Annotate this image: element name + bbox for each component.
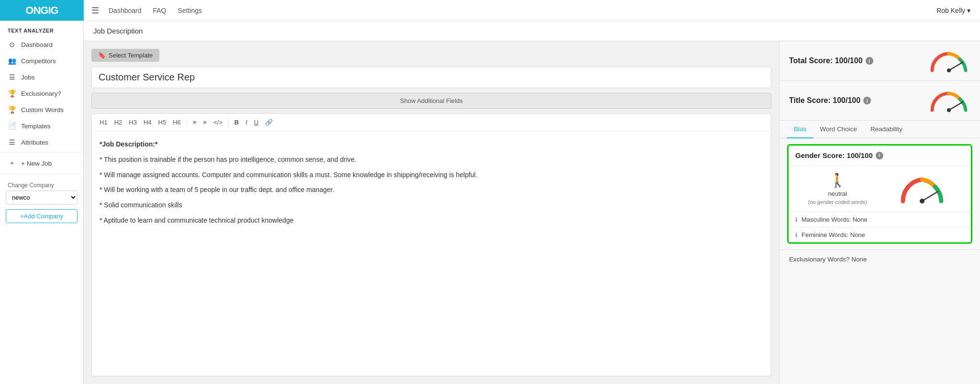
content-body: 🔖 Select Template Show Additional Fields… xyxy=(84,41,980,384)
gender-score-body: 🚶 neutral (no gender-coded words) xyxy=(789,166,971,212)
sidebar-label-attributes: Attributes xyxy=(21,139,48,146)
gender-gauge xyxy=(880,173,965,204)
content-line-2: * Will manage assigned accounts. Compute… xyxy=(100,169,763,181)
sidebar-divider xyxy=(0,152,83,153)
content-area: Job Description 🔖 Select Template Show A… xyxy=(84,21,980,384)
add-company-button[interactable]: +Add Company xyxy=(6,209,78,223)
editor-toolbar-top: 🔖 Select Template xyxy=(91,49,771,62)
nav-faq[interactable]: FAQ xyxy=(153,7,167,14)
score-tabs: Bias Word Choice Readability xyxy=(780,121,980,138)
main-layout: TEXT ANALYZER ⊙ Dashboard 👥 Competitors … xyxy=(0,21,980,384)
sidebar-section-label: TEXT ANALYZER xyxy=(0,21,83,36)
logo-gig: GIG xyxy=(40,4,58,16)
svg-point-3 xyxy=(947,108,951,112)
gender-score-box: Gender Score: 100/100 i 🚶 neutral (no ge… xyxy=(787,144,972,244)
sidebar-item-custom-words[interactable]: 🏆 Custom Words xyxy=(0,102,83,118)
sidebar-item-dashboard[interactable]: ⊙ Dashboard xyxy=(0,36,83,53)
hamburger-icon[interactable]: ☰ xyxy=(91,5,99,16)
competitors-icon: 👥 xyxy=(8,57,16,65)
sidebar-label-exclusionary: Exclusionary? xyxy=(21,90,61,97)
company-select[interactable]: newco xyxy=(6,191,78,204)
attributes-icon: ☰ xyxy=(8,138,16,146)
format-h3[interactable]: H3 xyxy=(127,118,139,127)
editor-format-bar: H1 H2 H3 H4 H5 H6 ≡ ≡ </> B I U xyxy=(92,114,771,131)
format-divider2 xyxy=(228,119,229,126)
logo-on: ON xyxy=(25,4,40,16)
score-panel: Total Score: 100/100 i xyxy=(779,41,980,384)
jobs-icon: ☰ xyxy=(8,73,16,81)
format-h1[interactable]: H1 xyxy=(98,118,110,127)
custom-words-icon: 🏆 xyxy=(8,106,16,113)
title-score-label: Title Score: 100/100 i xyxy=(789,96,871,105)
sidebar-label-dashboard: Dashboard xyxy=(21,41,53,48)
top-nav: ONGIG ☰ Dashboard FAQ Settings Rob Kelly… xyxy=(0,0,980,21)
format-italic[interactable]: I xyxy=(244,118,249,127)
content-line-1: * This position is trainable if the pers… xyxy=(100,154,763,166)
format-h6[interactable]: H6 xyxy=(171,118,183,127)
exclusionary-icon: 🏆 xyxy=(8,90,16,97)
title-score-info-icon[interactable]: i xyxy=(863,97,871,104)
sidebar-item-exclusionary[interactable]: 🏆 Exclusionary? xyxy=(0,85,83,102)
content-line-0: *Job Description:* xyxy=(100,139,763,150)
gender-neutral-info: 🚶 neutral (no gender-coded words) xyxy=(795,172,880,205)
svg-line-4 xyxy=(922,192,938,201)
format-underline[interactable]: U xyxy=(252,118,260,127)
user-menu[interactable]: Rob Kelly ▾ xyxy=(936,7,970,14)
bookmark-icon: 🔖 xyxy=(98,52,106,59)
sidebar-item-competitors[interactable]: 👥 Competitors xyxy=(0,53,83,69)
format-divider1 xyxy=(187,119,187,126)
sidebar-new-job-label: + New Job xyxy=(21,160,52,167)
sidebar-label-templates: Templates xyxy=(21,123,51,130)
format-code[interactable]: </> xyxy=(212,118,224,127)
svg-line-0 xyxy=(949,62,963,70)
total-score-info-icon[interactable]: i xyxy=(866,57,873,65)
format-ordered-list[interactable]: ≡ xyxy=(201,118,209,127)
sidebar-item-jobs[interactable]: ☰ Jobs xyxy=(0,69,83,85)
title-score-gauge xyxy=(927,89,970,113)
job-title-input[interactable] xyxy=(91,67,771,88)
gender-status-text: neutral xyxy=(828,190,847,197)
nav-settings[interactable]: Settings xyxy=(178,7,202,14)
format-bold[interactable]: B xyxy=(233,118,241,127)
format-h4[interactable]: H4 xyxy=(142,118,154,127)
editor-panel: 🔖 Select Template Show Additional Fields… xyxy=(84,41,779,384)
content-line-4: * Solid communication skills xyxy=(100,200,763,211)
feminine-words-row: ℹ Feminine Words: None xyxy=(789,227,971,242)
gender-sub-text: (no gender-coded words) xyxy=(808,199,867,205)
format-unordered-list[interactable]: ≡ xyxy=(191,118,199,127)
logo: ONGIG xyxy=(0,0,84,21)
masculine-words-row: ℹ Masculine Words: None xyxy=(789,212,971,227)
masculine-words-icon: ℹ xyxy=(795,216,798,223)
exclusionary-row: Exclusionary Words? None xyxy=(780,249,980,269)
sidebar-divider2 xyxy=(0,174,83,174)
exclusionary-label: Exclusionary Words? None xyxy=(789,256,867,263)
format-link[interactable]: 🔗 xyxy=(263,118,275,127)
show-additional-fields-button[interactable]: Show Additional Fields xyxy=(91,93,771,109)
gender-score-info-icon[interactable]: i xyxy=(876,152,883,159)
sidebar-item-attributes[interactable]: ☰ Attributes xyxy=(0,134,83,150)
format-h2[interactable]: H2 xyxy=(112,118,124,127)
format-h5[interactable]: H5 xyxy=(156,118,168,127)
total-score-label: Total Score: 100/100 i xyxy=(789,56,873,65)
sidebar-label-custom-words: Custom Words xyxy=(21,106,64,113)
gender-score-header: Gender Score: 100/100 i xyxy=(789,146,971,166)
masculine-words-label: Masculine Words: None xyxy=(802,216,868,223)
sidebar-new-job[interactable]: ＋ + New Job xyxy=(0,155,83,172)
svg-line-2 xyxy=(949,102,963,110)
sidebar-item-templates[interactable]: 📄 Templates xyxy=(0,118,83,134)
nav-links: Dashboard FAQ Settings xyxy=(109,7,202,14)
tab-bias[interactable]: Bias xyxy=(787,121,813,138)
tab-readability[interactable]: Readability xyxy=(864,121,909,138)
select-template-button[interactable]: 🔖 Select Template xyxy=(91,49,159,62)
total-score-section: Total Score: 100/100 i xyxy=(780,41,980,81)
feminine-words-icon: ℹ xyxy=(795,232,798,238)
total-score-gauge xyxy=(927,49,970,73)
tab-word-choice[interactable]: Word Choice xyxy=(813,121,864,138)
nav-dashboard[interactable]: Dashboard xyxy=(109,7,142,14)
templates-icon: 📄 xyxy=(8,122,16,130)
editor-content[interactable]: *Job Description:* * This position is tr… xyxy=(92,131,771,238)
feminine-words-label: Feminine Words: None xyxy=(802,231,865,238)
editor-box: H1 H2 H3 H4 H5 H6 ≡ ≡ </> B I U xyxy=(91,113,771,376)
select-template-label: Select Template xyxy=(109,52,153,59)
content-line-3: * Will be working with a team of 5 peopl… xyxy=(100,184,763,196)
